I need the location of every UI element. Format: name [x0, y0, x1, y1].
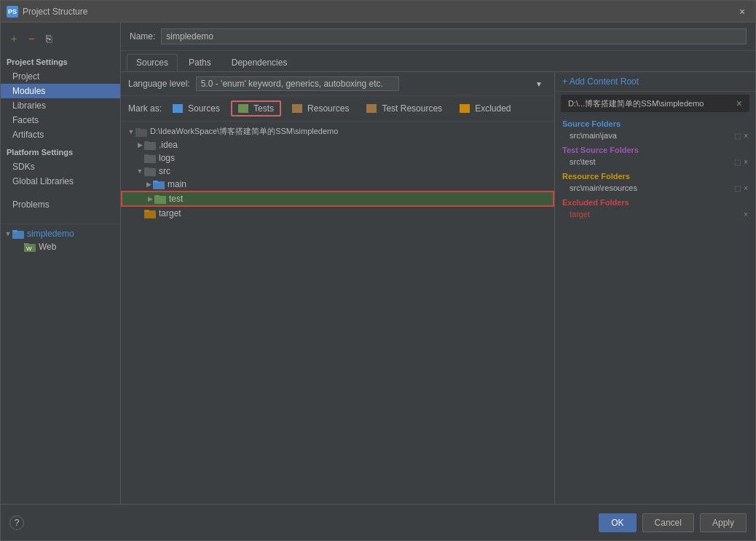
- test-resources-folder-icon: [366, 104, 377, 113]
- svg-rect-18: [144, 210, 149, 212]
- apply-button[interactable]: Apply: [700, 513, 747, 532]
- left-content: Language level: 5.0 - 'enum' keyword, ge…: [121, 72, 555, 504]
- tree-row-root[interactable]: ▼ D:\IdeaWorkSpace\博客搭建简单的SSM\simpledemo: [121, 125, 554, 138]
- svg-rect-6: [135, 128, 141, 130]
- resource-folder-path-0: src\main\resources ⬚ ×: [555, 182, 755, 194]
- close-button[interactable]: ×: [735, 4, 749, 19]
- svg-rect-14: [153, 181, 158, 183]
- add-module-button[interactable]: +: [7, 31, 21, 46]
- dialog-title: Project Structure: [23, 7, 735, 17]
- resource-folder-actions: ⬚ ×: [734, 184, 748, 192]
- resource-folder-edit-button[interactable]: ⬚: [734, 184, 741, 192]
- project-structure-dialog: PS Project Structure × + − ⎘ Project Set…: [0, 0, 756, 541]
- add-content-root-button[interactable]: + Add Content Root: [562, 76, 639, 87]
- excluded-folders-title: Excluded Folders: [555, 194, 755, 208]
- project-settings-header: Project Settings: [1, 55, 120, 69]
- excluded-folder-icon: [460, 104, 470, 113]
- mark-resources-button[interactable]: Resources: [286, 101, 355, 116]
- name-label: Name:: [130, 31, 155, 42]
- resource-folder-remove-button[interactable]: ×: [744, 184, 748, 192]
- main-content: + − ⎘ Project Settings Project Modules L…: [1, 23, 755, 504]
- content-root-header: + Add Content Root: [555, 72, 755, 92]
- excluded-folder-path-0: target ×: [555, 208, 755, 220]
- sidebar: + − ⎘ Project Settings Project Modules L…: [1, 23, 121, 504]
- mark-as-bar: Mark as: Sources Tests Resources: [121, 96, 554, 122]
- source-folder-edit-button[interactable]: ⬚: [734, 132, 741, 140]
- help-button[interactable]: ?: [9, 516, 24, 530]
- tree-row-logs[interactable]: ▶ logs: [121, 151, 554, 165]
- language-bar: Language level: 5.0 - 'enum' keyword, ge…: [121, 72, 554, 96]
- mark-test-resources-button[interactable]: Test Resources: [360, 101, 449, 116]
- sidebar-item-facets[interactable]: Facets: [1, 113, 120, 127]
- cancel-button[interactable]: Cancel: [642, 513, 694, 532]
- name-input[interactable]: [161, 28, 747, 44]
- sidebar-item-project[interactable]: Project: [1, 69, 120, 84]
- sidebar-item-libraries[interactable]: Libraries: [1, 98, 120, 113]
- svg-rect-10: [144, 154, 149, 157]
- tree-row-main[interactable]: ▶ main: [121, 178, 554, 191]
- sidebar-item-global-libraries[interactable]: Global Libraries: [1, 174, 120, 189]
- tabs-bar: Sources Paths Dependencies: [121, 51, 755, 72]
- name-bar: Name:: [121, 23, 755, 51]
- select-arrow-icon: ▼: [535, 80, 543, 88]
- current-path-close-button[interactable]: ×: [736, 98, 742, 109]
- sidebar-item-sdks[interactable]: SDKs: [1, 159, 120, 174]
- remove-module-button[interactable]: −: [24, 31, 39, 46]
- app-icon: PS: [7, 6, 18, 17]
- svg-rect-12: [144, 167, 149, 170]
- language-select-wrapper: 5.0 - 'enum' keyword, generics, autoboxi…: [196, 76, 547, 91]
- title-bar: PS Project Structure ×: [1, 1, 755, 23]
- mark-sources-button[interactable]: Sources: [166, 101, 227, 116]
- sidebar-toolbar: + − ⎘: [1, 28, 120, 49]
- ok-button[interactable]: OK: [599, 513, 636, 532]
- tab-dependencies[interactable]: Dependencies: [222, 54, 297, 71]
- right-info-panel: + Add Content Root D:\...博客搭建简单的SSM\simp…: [555, 72, 755, 504]
- excluded-folder-actions: ×: [744, 210, 748, 218]
- source-folder-remove-button[interactable]: ×: [744, 132, 748, 140]
- source-folder-actions: ⬚ ×: [734, 132, 748, 140]
- content-area: Language level: 5.0 - 'enum' keyword, ge…: [121, 72, 755, 504]
- tree-row-idea[interactable]: ▶ .idea: [121, 138, 554, 151]
- mark-tests-button[interactable]: Tests: [231, 100, 281, 117]
- test-source-folder-actions: ⬚ ×: [734, 158, 748, 166]
- language-label: Language level:: [128, 79, 190, 89]
- svg-rect-16: [154, 195, 160, 197]
- source-folder-path-0: src\main\java ⬚ ×: [555, 130, 755, 141]
- tab-paths[interactable]: Paths: [179, 54, 221, 71]
- svg-text:W: W: [26, 245, 32, 252]
- module-tree-web[interactable]: W Web: [1, 240, 120, 253]
- language-select[interactable]: 5.0 - 'enum' keyword, generics, autoboxi…: [196, 76, 399, 91]
- resource-folders-title: Resource Folders: [555, 167, 755, 182]
- mark-as-label: Mark as:: [128, 103, 162, 114]
- module-tree-simpledemo[interactable]: ▼ simpledemo: [1, 227, 120, 240]
- sidebar-item-modules[interactable]: Modules: [1, 84, 120, 98]
- file-tree: ▼ D:\IdeaWorkSpace\博客搭建简单的SSM\simpledemo…: [121, 122, 554, 504]
- test-source-folder-remove-button[interactable]: ×: [744, 158, 748, 166]
- copy-module-button[interactable]: ⎘: [42, 31, 56, 46]
- platform-settings-header: Platform Settings: [1, 145, 120, 159]
- svg-rect-8: [144, 141, 149, 143]
- bottom-bar: ? OK Cancel Apply: [1, 504, 755, 540]
- test-source-folders-title: Test Source Folders: [555, 141, 755, 156]
- tests-folder-icon: [238, 104, 248, 113]
- tree-row-test[interactable]: ▶ test: [121, 191, 554, 207]
- tree-row-src[interactable]: ▼ src: [121, 165, 554, 178]
- svg-rect-1: [12, 230, 17, 232]
- resources-folder-icon: [292, 104, 302, 113]
- mark-excluded-button[interactable]: Excluded: [453, 101, 517, 116]
- tab-sources[interactable]: Sources: [127, 54, 178, 71]
- sidebar-item-problems[interactable]: Problems: [1, 197, 120, 212]
- source-folders-title: Source Folders: [555, 115, 755, 130]
- sources-folder-icon: [173, 104, 183, 113]
- tree-row-target[interactable]: ▶ target: [121, 207, 554, 220]
- current-path-badge: D:\...博客搭建简单的SSM\simpledemo ×: [561, 95, 749, 112]
- test-source-folder-path-0: src\test ⬚ ×: [555, 156, 755, 167]
- sidebar-item-artifacts[interactable]: Artifacts: [1, 127, 120, 142]
- excluded-folder-remove-button[interactable]: ×: [744, 210, 748, 218]
- right-panel: Name: Sources Paths Dependencies Languag…: [121, 23, 755, 504]
- test-source-folder-edit-button[interactable]: ⬚: [734, 158, 741, 166]
